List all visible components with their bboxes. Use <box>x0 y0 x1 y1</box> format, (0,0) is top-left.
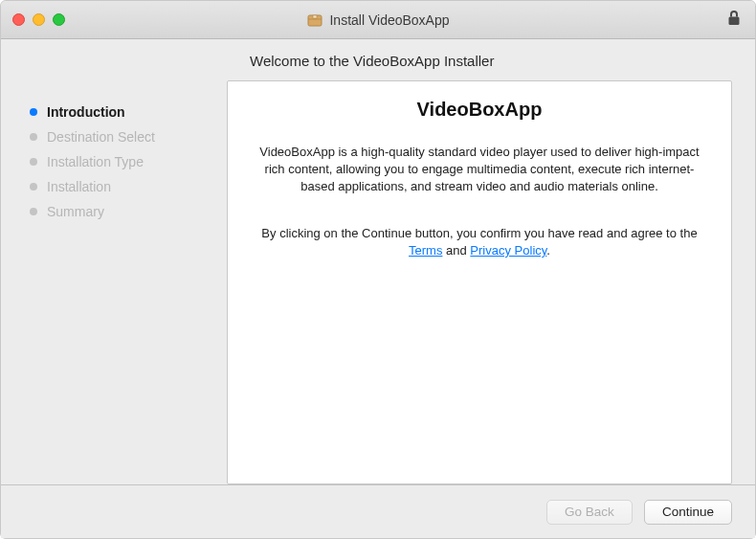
close-icon[interactable] <box>12 13 25 26</box>
window-title-area: Install VideoBoxApp <box>1 11 755 29</box>
content-title: VideoBoxApp <box>249 99 710 121</box>
window-controls <box>1 13 65 26</box>
agreement-text: By clicking on the Continue button, you … <box>249 225 710 261</box>
step-label: Installation <box>47 179 111 194</box>
titlebar: Install VideoBoxApp <box>1 1 755 39</box>
zoom-icon[interactable] <box>53 13 65 26</box>
package-icon <box>306 11 323 29</box>
footer: Go Back Continue <box>1 484 755 538</box>
step-label: Installation Type <box>47 154 144 169</box>
steps-sidebar: Introduction Destination Select Installa… <box>26 80 227 484</box>
window-title: Install VideoBoxApp <box>329 12 449 28</box>
bullet-icon <box>30 133 37 141</box>
bullet-icon <box>30 158 37 166</box>
svg-rect-0 <box>308 15 322 26</box>
svg-rect-2 <box>729 16 740 25</box>
step-installation-type: Installation Type <box>30 149 227 174</box>
go-back-button: Go Back <box>546 500 633 525</box>
bullet-icon <box>30 108 37 116</box>
privacy-policy-link[interactable]: Privacy Policy <box>470 243 546 258</box>
step-label: Destination Select <box>47 129 155 145</box>
installer-window: Install VideoBoxApp Welcome to the Video… <box>0 0 756 539</box>
step-introduction: Introduction <box>30 100 227 124</box>
continue-button[interactable]: Continue <box>644 500 732 525</box>
step-summary: Summary <box>30 199 227 224</box>
terms-link[interactable]: Terms <box>409 243 442 258</box>
content-pane: VideoBoxApp VideoBoxApp is a high-qualit… <box>227 80 732 484</box>
main-area: Introduction Destination Select Installa… <box>1 80 755 484</box>
agree-period: . <box>546 243 550 258</box>
svg-rect-1 <box>313 15 317 18</box>
bullet-icon <box>30 183 37 191</box>
step-label: Summary <box>47 204 104 219</box>
content-description: VideoBoxApp is a high-quality standard v… <box>249 144 710 196</box>
step-destination-select: Destination Select <box>30 124 227 149</box>
window-body: Welcome to the VideoBoxApp Installer Int… <box>1 39 755 538</box>
agree-and: and <box>442 243 470 258</box>
agree-pre: By clicking on the Continue button, you … <box>261 226 697 240</box>
minimize-icon[interactable] <box>33 13 45 26</box>
lock-icon[interactable] <box>726 10 742 31</box>
page-title: Welcome to the VideoBoxApp Installer <box>1 39 755 80</box>
step-label: Introduction <box>47 104 125 120</box>
bullet-icon <box>30 208 37 215</box>
step-installation: Installation <box>30 174 227 199</box>
